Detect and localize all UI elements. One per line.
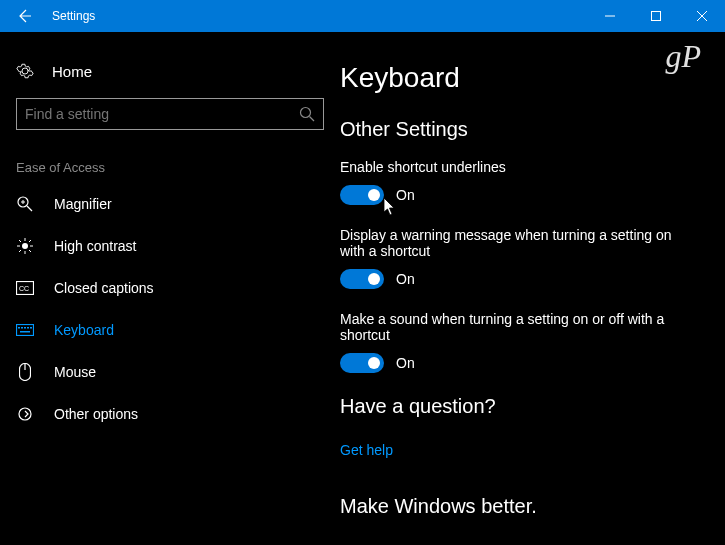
sidebar-item-other-options[interactable]: Other options <box>0 393 340 435</box>
toggle-knob <box>368 357 380 369</box>
svg-rect-26 <box>30 327 32 329</box>
magnifier-icon <box>16 195 34 213</box>
svg-line-7 <box>27 206 32 211</box>
other-options-icon <box>16 405 34 423</box>
high-contrast-icon <box>16 237 34 255</box>
maximize-button[interactable] <box>633 0 679 32</box>
svg-rect-1 <box>652 12 661 21</box>
toggle-shortcut-underlines[interactable] <box>340 185 384 205</box>
mouse-icon <box>16 363 34 381</box>
content-area: Home Ease of Access Magnifier High contr… <box>0 32 725 545</box>
home-button[interactable]: Home <box>0 52 340 98</box>
get-help-link[interactable]: Get help <box>340 442 393 458</box>
setting-warning-message: Display a warning message when turning a… <box>340 227 701 289</box>
svg-point-4 <box>301 108 311 118</box>
svg-text:CC: CC <box>19 285 29 292</box>
search-box[interactable] <box>16 98 324 130</box>
setting-label: Make a sound when turning a setting on o… <box>340 311 680 343</box>
main-panel: Keyboard Other Settings Enable shortcut … <box>340 32 725 545</box>
sidebar: Home Ease of Access Magnifier High contr… <box>0 32 340 545</box>
window-title: Settings <box>48 9 587 23</box>
arrow-left-icon <box>16 8 32 24</box>
back-button[interactable] <box>0 0 48 32</box>
sidebar-item-mouse[interactable]: Mouse <box>0 351 340 393</box>
svg-line-18 <box>19 250 21 252</box>
setting-label: Display a warning message when turning a… <box>340 227 680 259</box>
window-controls <box>587 0 725 32</box>
sidebar-item-label: Magnifier <box>54 196 112 212</box>
page-title: Keyboard <box>340 62 701 94</box>
section-heading: Other Settings <box>340 118 701 141</box>
svg-rect-21 <box>17 325 34 336</box>
svg-rect-22 <box>18 327 20 329</box>
svg-line-17 <box>29 240 31 242</box>
toggle-state: On <box>396 187 415 203</box>
sidebar-item-label: High contrast <box>54 238 136 254</box>
watermark: gP <box>665 38 701 75</box>
sidebar-item-keyboard[interactable]: Keyboard <box>0 309 340 351</box>
setting-label: Enable shortcut underlines <box>340 159 680 175</box>
close-button[interactable] <box>679 0 725 32</box>
toggle-state: On <box>396 355 415 371</box>
toggle-state: On <box>396 271 415 287</box>
svg-rect-27 <box>20 331 30 333</box>
toggle-knob <box>368 273 380 285</box>
search-icon <box>299 106 315 122</box>
question-heading: Have a question? <box>340 395 701 418</box>
sidebar-item-magnifier[interactable]: Magnifier <box>0 183 340 225</box>
search-input[interactable] <box>25 106 299 122</box>
titlebar: Settings <box>0 0 725 32</box>
svg-rect-25 <box>27 327 29 329</box>
sidebar-item-closed-captions[interactable]: CC Closed captions <box>0 267 340 309</box>
sidebar-item-high-contrast[interactable]: High contrast <box>0 225 340 267</box>
feedback-heading: Make Windows better. <box>340 495 701 518</box>
svg-point-30 <box>19 408 31 420</box>
svg-line-5 <box>310 117 315 122</box>
minimize-icon <box>605 11 615 21</box>
setting-sound: Make a sound when turning a setting on o… <box>340 311 701 373</box>
sidebar-item-label: Keyboard <box>54 322 114 338</box>
minimize-button[interactable] <box>587 0 633 32</box>
svg-rect-23 <box>21 327 23 329</box>
setting-shortcut-underlines: Enable shortcut underlines On <box>340 159 701 205</box>
maximize-icon <box>651 11 661 21</box>
closed-captions-icon: CC <box>16 279 34 297</box>
sidebar-item-label: Closed captions <box>54 280 154 296</box>
svg-line-16 <box>29 250 31 252</box>
toggle-warning-message[interactable] <box>340 269 384 289</box>
svg-line-15 <box>19 240 21 242</box>
toggle-sound[interactable] <box>340 353 384 373</box>
keyboard-icon <box>16 321 34 339</box>
sidebar-item-label: Mouse <box>54 364 96 380</box>
close-icon <box>697 11 707 21</box>
svg-point-10 <box>22 243 28 249</box>
home-label: Home <box>52 63 92 80</box>
gear-icon <box>16 62 34 80</box>
toggle-knob <box>368 189 380 201</box>
sidebar-item-label: Other options <box>54 406 138 422</box>
sidebar-group-header: Ease of Access <box>0 148 340 183</box>
svg-rect-24 <box>24 327 26 329</box>
